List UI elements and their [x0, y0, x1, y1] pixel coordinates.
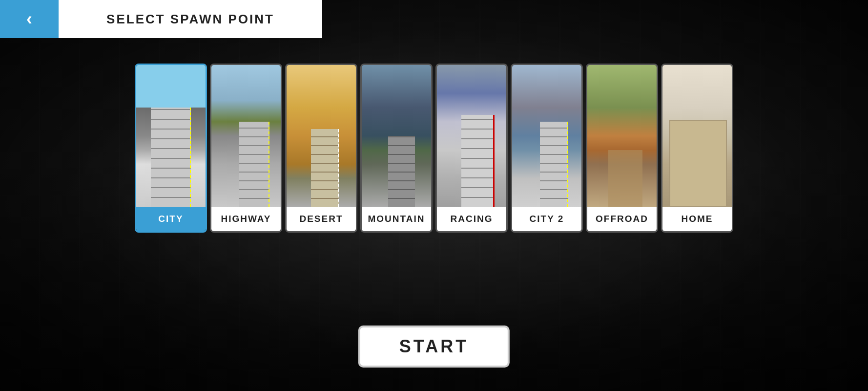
- card-label-desert: DESERT: [287, 207, 356, 231]
- card-label-mountain: MOUNTAIN: [362, 207, 431, 231]
- title-box: SELECT SPAWN POINT: [59, 0, 322, 38]
- card-label-highway: HIGHWAY: [211, 207, 281, 231]
- back-arrow-icon: ‹: [26, 9, 32, 29]
- card-image-mountain: [362, 65, 431, 207]
- card-image-desert: [287, 65, 356, 207]
- spawn-card-city2[interactable]: CITY 2: [511, 64, 583, 233]
- card-image-highway: [211, 65, 281, 207]
- spawn-points-grid: CITYHIGHWAYDESERTMOUNTAINRACINGCITY 2OFF…: [135, 64, 733, 233]
- page-title: SELECT SPAWN POINT: [106, 12, 274, 27]
- spawn-card-racing[interactable]: RACING: [435, 64, 508, 233]
- spawn-card-highway[interactable]: HIGHWAY: [210, 64, 282, 233]
- spawn-card-desert[interactable]: DESERT: [285, 64, 357, 233]
- card-label-city2: CITY 2: [512, 207, 581, 231]
- card-label-city: CITY: [136, 207, 206, 231]
- card-label-offroad: OFFROAD: [587, 207, 657, 231]
- spawn-card-offroad[interactable]: OFFROAD: [586, 64, 658, 233]
- card-label-home: HOME: [662, 207, 732, 231]
- spawn-card-city[interactable]: CITY: [135, 64, 207, 233]
- card-label-racing: RACING: [437, 207, 506, 231]
- card-image-city2: [512, 65, 581, 207]
- back-button[interactable]: ‹: [0, 0, 59, 38]
- spawn-card-mountain[interactable]: MOUNTAIN: [360, 64, 433, 233]
- start-button[interactable]: START: [358, 326, 510, 368]
- header: ‹ SELECT SPAWN POINT: [0, 0, 322, 38]
- card-image-offroad: [587, 65, 657, 207]
- card-image-home: [662, 65, 732, 207]
- spawn-card-home[interactable]: HOME: [661, 64, 733, 233]
- card-image-racing: [437, 65, 506, 207]
- card-image-city: [136, 65, 206, 207]
